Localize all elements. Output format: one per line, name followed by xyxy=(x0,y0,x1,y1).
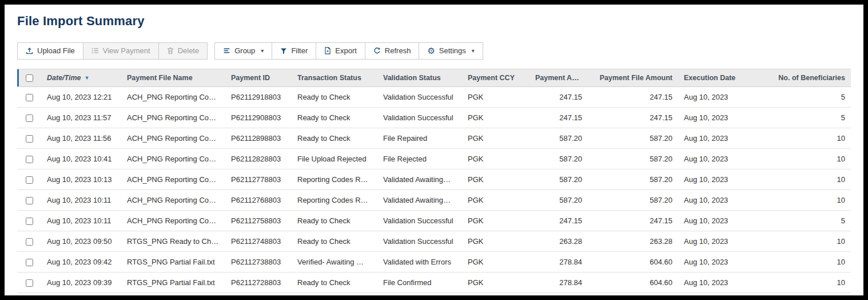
cell-payment-ccy: PGK xyxy=(462,231,529,251)
cell-payment-file-amount: 247.15 xyxy=(588,107,678,128)
cell-payment-file-amount: 604.60 xyxy=(588,272,678,293)
cell-payment-file-name: ACH_PNG Reporting Cod… xyxy=(121,107,225,128)
cell-transaction-status: Ready to Check xyxy=(292,107,377,128)
table-row[interactable]: Aug 10, 2023 10:41ACH_PNG Reporting Cod…… xyxy=(17,148,851,169)
row-checkbox[interactable] xyxy=(26,238,33,246)
delete-button[interactable]: Delete xyxy=(158,42,208,60)
table-row[interactable]: Aug 10, 2023 09:39RTGS_PNG Partial Fail.… xyxy=(17,272,851,293)
settings-button[interactable]: ⚙ Settings ▾ xyxy=(419,42,483,60)
row-checkbox-cell xyxy=(17,86,41,107)
cell-date-time: Aug 10, 2023 10:13 xyxy=(41,169,121,190)
export-button[interactable]: Export xyxy=(316,42,365,60)
cell-no-of-beneficiaries: 5 xyxy=(748,86,851,107)
row-checkbox[interactable] xyxy=(26,259,33,266)
table-row[interactable]: Aug 10, 2023 09:42RTGS_PNG Partial Fail.… xyxy=(17,251,851,272)
cell-no-of-beneficiaries: 10 xyxy=(748,231,851,251)
cell-no-of-beneficiaries: 5 xyxy=(748,107,851,128)
cell-payment-file-name: ACH_PNG Reporting Cod… xyxy=(121,210,225,231)
cell-payment-file-name: ACH_PNG Reporting Cod… xyxy=(121,148,225,169)
column-header-payment-ccy[interactable]: Payment CCY xyxy=(462,69,529,86)
table-row[interactable]: Aug 10, 2023 11:57ACH_PNG Reporting Cod…… xyxy=(17,107,851,128)
upload-file-button[interactable]: Upload File xyxy=(17,42,83,60)
cell-payment-amount: 278.84 xyxy=(529,251,588,272)
cell-payment-file-name: ACH_PNG Reporting Cod… xyxy=(121,190,225,210)
table-row[interactable]: Aug 10, 2023 11:56ACH_PNG Reporting Cod…… xyxy=(17,128,851,148)
cell-payment-file-name: ACH_PNG Reporting Cod… xyxy=(121,169,225,190)
row-checkbox[interactable] xyxy=(26,135,33,143)
table-row[interactable]: Aug 10, 2023 10:11ACH_PNG Reporting Cod…… xyxy=(17,190,851,210)
cell-transaction-status: Ready to Check xyxy=(292,210,377,231)
upload-icon xyxy=(26,47,33,54)
cell-validation-status: File Confirmed xyxy=(377,272,462,293)
row-checkbox[interactable] xyxy=(26,94,33,101)
cell-execution-date: Aug 10, 2023 xyxy=(678,148,748,169)
select-all-header-cell xyxy=(17,69,41,86)
group-label: Group xyxy=(234,46,255,56)
group-button[interactable]: Group ▾ xyxy=(214,42,272,60)
table-row[interactable]: Aug 10, 2023 10:11ACH_PNG Reporting Cod…… xyxy=(17,210,851,231)
view-payment-button[interactable]: View Payment xyxy=(83,42,159,60)
cell-transaction-status: Reporting Codes R… xyxy=(292,169,377,190)
cell-transaction-status: Ready to Check xyxy=(292,128,377,148)
chevron-down-icon: ▾ xyxy=(472,48,475,54)
column-header-no-of-beneficiaries[interactable]: No. of Beneficiaries xyxy=(748,69,851,86)
file-import-table: Date/Time▼Payment File NamePayment IDTra… xyxy=(17,69,851,293)
cell-payment-ccy: PGK xyxy=(462,86,529,107)
row-checkbox-cell xyxy=(17,251,41,272)
export-label: Export xyxy=(335,46,357,56)
row-checkbox[interactable] xyxy=(26,115,33,122)
cell-payment-amount: 587.20 xyxy=(529,128,588,148)
column-header-date-time[interactable]: Date/Time▼ xyxy=(41,69,121,86)
cell-payment-file-amount: 604.60 xyxy=(588,251,678,272)
settings-label: Settings xyxy=(439,46,466,56)
table-row[interactable]: Aug 10, 2023 12:21ACH_PNG Reporting Cod…… xyxy=(17,86,851,107)
refresh-button[interactable]: Refresh xyxy=(365,42,420,60)
row-checkbox-cell xyxy=(17,231,41,251)
cell-payment-ccy: PGK xyxy=(462,169,529,190)
column-header-payment-id[interactable]: Payment ID xyxy=(225,69,292,86)
row-checkbox[interactable] xyxy=(26,197,33,204)
cell-execution-date: Aug 10, 2023 xyxy=(678,190,748,210)
cell-date-time: Aug 10, 2023 10:41 xyxy=(41,148,121,169)
cell-no-of-beneficiaries: 5 xyxy=(748,210,851,231)
table-row[interactable]: Aug 10, 2023 09:50RTGS_PNG Ready to Che…… xyxy=(17,231,851,251)
table-header-row: Date/Time▼Payment File NamePayment IDTra… xyxy=(17,69,851,86)
group-icon xyxy=(223,47,230,54)
cell-validation-status: Validation Successful xyxy=(377,107,462,128)
filter-button[interactable]: Filter xyxy=(272,42,316,60)
row-checkbox[interactable] xyxy=(26,176,33,184)
column-header-execution-date[interactable]: Execution Date xyxy=(678,69,748,86)
column-header-payment-amount[interactable]: Payment Amount xyxy=(529,69,588,86)
cell-payment-ccy: PGK xyxy=(462,107,529,128)
cell-date-time: Aug 10, 2023 11:57 xyxy=(41,107,121,128)
cell-payment-file-amount: 247.15 xyxy=(588,86,678,107)
cell-payment-ccy: PGK xyxy=(462,190,529,210)
cell-payment-id: P62112768803 xyxy=(225,190,292,210)
row-checkbox[interactable] xyxy=(26,279,33,287)
column-header-transaction-status[interactable]: Transaction Status xyxy=(292,69,377,86)
cell-payment-file-amount: 587.20 xyxy=(588,190,678,210)
cell-execution-date: Aug 10, 2023 xyxy=(678,86,748,107)
cell-payment-file-name: RTGS_PNG Ready to Che… xyxy=(121,231,225,251)
trash-icon xyxy=(167,47,174,54)
cell-execution-date: Aug 10, 2023 xyxy=(678,251,748,272)
cell-transaction-status: Verified- Awaiting … xyxy=(292,251,377,272)
toolbar: Upload File View Payment Delete xyxy=(17,42,858,60)
cell-payment-ccy: PGK xyxy=(462,251,529,272)
cell-payment-amount: 587.20 xyxy=(529,169,588,190)
cell-validation-status: Validation Successful xyxy=(377,86,462,107)
cell-date-time: Aug 10, 2023 12:21 xyxy=(41,86,121,107)
select-all-checkbox[interactable] xyxy=(26,74,33,82)
cell-payment-amount: 263.28 xyxy=(529,231,588,251)
cell-payment-id: P62112728803 xyxy=(225,272,292,293)
cell-payment-amount: 587.20 xyxy=(529,190,588,210)
column-header-payment-file-name[interactable]: Payment File Name xyxy=(121,69,225,86)
column-header-validation-status[interactable]: Validation Status xyxy=(377,69,462,86)
table-row[interactable]: Aug 10, 2023 10:13ACH_PNG Reporting Cod…… xyxy=(17,169,851,190)
cell-validation-status: Validation Successful xyxy=(377,210,462,231)
column-header-payment-file-amount[interactable]: Payment File Amount xyxy=(588,69,678,86)
row-checkbox[interactable] xyxy=(26,156,33,163)
row-checkbox[interactable] xyxy=(26,218,33,225)
cell-execution-date: Aug 10, 2023 xyxy=(678,272,748,293)
cell-payment-id: P62112748803 xyxy=(225,231,292,251)
